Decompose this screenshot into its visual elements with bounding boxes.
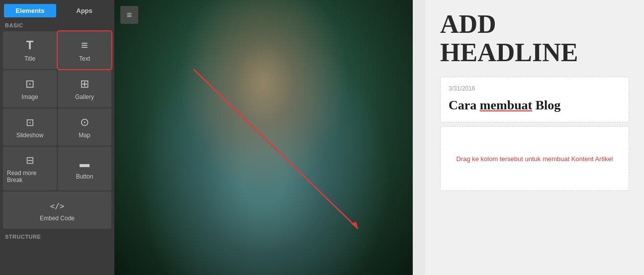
element-title-label: Title bbox=[24, 55, 35, 62]
tab-apps[interactable]: Apps bbox=[58, 4, 110, 17]
photo-overlay bbox=[114, 0, 413, 275]
element-button[interactable]: Button bbox=[58, 147, 111, 190]
hamburger-icon: ≡ bbox=[127, 10, 132, 20]
element-image[interactable]: Image bbox=[3, 70, 57, 107]
toolbar-menu-button[interactable]: ≡ bbox=[120, 6, 138, 24]
sidebar-tabs: Elements Apps bbox=[0, 0, 114, 17]
article-card: 3/31/2016 Cara membuat Blog bbox=[440, 77, 629, 122]
element-title[interactable]: Title bbox=[3, 31, 57, 69]
element-readmore[interactable]: Read more Break bbox=[3, 147, 57, 190]
elements-grid: Title Text Image Gallery Slideshow Map bbox=[0, 31, 114, 229]
element-map[interactable]: Map bbox=[58, 108, 111, 146]
readmore-icon bbox=[26, 154, 34, 167]
image-icon bbox=[25, 78, 34, 91]
element-slideshow[interactable]: Slideshow bbox=[3, 108, 57, 146]
element-gallery[interactable]: Gallery bbox=[58, 70, 111, 107]
element-text[interactable]: Text bbox=[58, 31, 111, 69]
structure-section-label: STRUCTURE bbox=[0, 229, 114, 242]
drop-zone[interactable]: Drag ke kolom tersebut untuk membuat Kon… bbox=[440, 126, 629, 191]
canvas-area: ≡ bbox=[114, 0, 425, 275]
element-embed[interactable]: Embed Code bbox=[3, 191, 111, 229]
sidebar: Elements Apps BASIC Title Text Image Gal… bbox=[0, 0, 114, 275]
basic-section-label: BASIC bbox=[0, 17, 114, 31]
slideshow-icon bbox=[26, 116, 34, 129]
element-map-label: Map bbox=[79, 132, 90, 139]
article-title-part1: Cara bbox=[449, 98, 480, 112]
text-icon bbox=[81, 38, 88, 52]
photo-background: ≡ bbox=[114, 0, 413, 275]
element-gallery-label: Gallery bbox=[75, 93, 94, 100]
map-icon bbox=[80, 116, 89, 129]
gallery-icon bbox=[80, 78, 89, 91]
drop-hint-text: Drag ke kolom tersebut untuk membuat Kon… bbox=[451, 150, 618, 168]
article-date: 3/31/2016 bbox=[449, 85, 621, 92]
element-readmore-label: Read more Break bbox=[7, 170, 53, 183]
tab-elements[interactable]: Elements bbox=[4, 4, 56, 17]
button-icon bbox=[80, 157, 90, 170]
element-embed-label: Embed Code bbox=[40, 215, 75, 222]
article-title: Cara membuat Blog bbox=[449, 97, 621, 114]
article-title-part2: Blog bbox=[532, 98, 560, 112]
element-image-label: Image bbox=[21, 93, 38, 100]
right-panel: ADD HEADLINE 3/31/2016 Cara membuat Blog… bbox=[425, 0, 644, 275]
embed-icon bbox=[50, 199, 65, 212]
article-title-underline: membuat bbox=[480, 98, 532, 112]
title-icon bbox=[26, 38, 34, 52]
headline-text: ADD HEADLINE bbox=[440, 10, 629, 67]
element-button-label: Button bbox=[76, 173, 93, 180]
element-text-label: Text bbox=[79, 55, 90, 62]
element-slideshow-label: Slideshow bbox=[16, 132, 44, 139]
